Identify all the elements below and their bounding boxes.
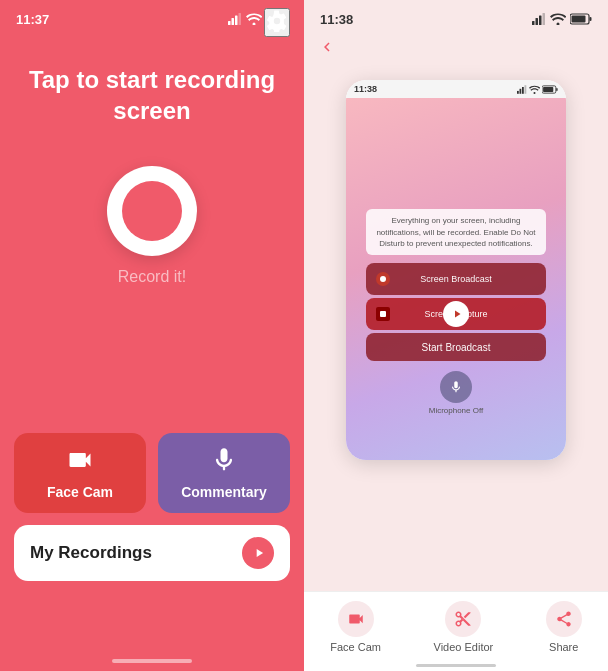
svg-rect-3: [239, 13, 242, 25]
svg-rect-10: [543, 13, 546, 25]
nav-face-cam[interactable]: Face Cam: [330, 601, 381, 653]
record-dot-inner: [380, 276, 386, 282]
start-broadcast-label: Start Broadcast: [422, 342, 491, 353]
svg-rect-19: [543, 86, 553, 91]
status-bar-right: 11:38: [304, 0, 608, 28]
svg-rect-17: [525, 85, 527, 94]
svg-rect-12: [572, 16, 586, 23]
commentary-button[interactable]: Commentary: [158, 433, 290, 513]
bottom-buttons: Face Cam Commentary My Recordings: [14, 433, 290, 581]
record-dot: [376, 272, 390, 286]
nav-share[interactable]: Share: [546, 601, 582, 653]
screen-capture-item[interactable]: Screen Capture: [366, 298, 546, 330]
mini-status-bar: 11:38: [346, 80, 566, 98]
gear-icon: [266, 10, 288, 32]
battery-icon-right: [570, 13, 592, 25]
signal-icon: [228, 13, 242, 25]
svg-rect-14: [517, 90, 519, 93]
mic-icon: [449, 380, 463, 394]
nav-video-editor-label: Video Editor: [434, 641, 494, 653]
broadcast-items: Screen Broadcast Screen Capture: [366, 263, 546, 330]
status-icons-right: [532, 13, 592, 25]
svg-rect-20: [556, 88, 557, 91]
record-inner-dot: [122, 181, 182, 241]
nav-scissors-icon: [445, 601, 481, 637]
commentary-label: Commentary: [181, 484, 267, 500]
bottom-nav: Face Cam Video Editor Share: [304, 591, 608, 671]
svg-rect-0: [228, 21, 231, 25]
tap-title: Tap to start recording screen: [0, 64, 304, 126]
camera-nav-icon: [347, 610, 365, 628]
play-icon-center: [443, 301, 469, 327]
capture-icon: [376, 307, 390, 321]
screen-broadcast-item[interactable]: Screen Broadcast: [366, 263, 546, 295]
svg-rect-16: [522, 87, 524, 94]
signal-icon-right: [532, 13, 546, 25]
home-indicator-right: [416, 664, 496, 667]
record-label: Record it!: [118, 268, 186, 286]
mini-signal-icon: [517, 85, 527, 94]
cam-commentary-row: Face Cam Commentary: [14, 433, 290, 513]
gear-button[interactable]: [264, 8, 290, 37]
face-cam-button[interactable]: Face Cam: [14, 433, 146, 513]
mini-status-icons: [517, 85, 558, 94]
mini-wifi-icon: [529, 85, 540, 94]
start-broadcast-button[interactable]: Start Broadcast: [366, 333, 546, 361]
svg-rect-1: [232, 18, 235, 25]
status-time-right: 11:38: [320, 12, 353, 27]
microphone-icon: [210, 446, 238, 478]
record-button[interactable]: [107, 166, 197, 256]
status-time-left: 11:37: [16, 12, 49, 27]
svg-rect-2: [235, 16, 238, 26]
my-recordings-button[interactable]: My Recordings: [14, 525, 290, 581]
record-button-area: Record it!: [107, 166, 197, 286]
play-circle-icon: [242, 537, 274, 569]
svg-rect-9: [539, 16, 542, 26]
scissors-nav-icon: [454, 610, 472, 628]
wifi-icon-right: [550, 13, 566, 25]
svg-rect-13: [590, 17, 592, 21]
mini-phone-body: Everything on your screen, including not…: [346, 98, 566, 460]
microphone-section: Microphone Off: [366, 371, 546, 415]
wifi-icon: [246, 13, 262, 25]
broadcast-notice-text: Everything on your screen, including not…: [366, 209, 546, 255]
nav-share-icon: [546, 601, 582, 637]
mini-battery-icon: [542, 85, 558, 94]
status-bar-left: 11:37: [0, 0, 304, 28]
back-button[interactable]: [304, 28, 608, 70]
microphone-label: Microphone Off: [429, 406, 484, 415]
my-recordings-label: My Recordings: [30, 543, 152, 563]
microphone-circle: [440, 371, 472, 403]
svg-rect-8: [536, 18, 539, 25]
nav-video-editor[interactable]: Video Editor: [434, 601, 494, 653]
face-cam-label: Face Cam: [47, 484, 113, 500]
home-indicator-left: [112, 659, 192, 663]
nav-face-cam-label: Face Cam: [330, 641, 381, 653]
capture-inner: [380, 311, 386, 317]
camera-icon: [66, 446, 94, 478]
nav-share-label: Share: [549, 641, 578, 653]
share-nav-icon: [555, 610, 573, 628]
mini-time: 11:38: [354, 84, 377, 94]
left-screen: 11:37 Tap to start recording screen Reco…: [0, 0, 304, 671]
screen-broadcast-label: Screen Broadcast: [420, 274, 492, 284]
right-screen: 11:38 11:38 Everything on your screen, i…: [304, 0, 608, 671]
svg-rect-7: [532, 21, 535, 25]
svg-rect-15: [520, 88, 522, 93]
mini-phone: 11:38 Everything on your screen, includi…: [346, 80, 566, 460]
broadcast-overlay: Everything on your screen, including not…: [366, 209, 546, 415]
nav-camera-icon: [338, 601, 374, 637]
